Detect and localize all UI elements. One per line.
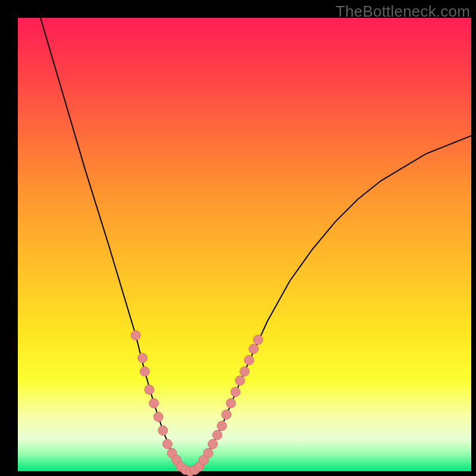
curve-marker: [138, 353, 148, 363]
bottleneck-curve-path: [40, 18, 471, 471]
curve-marker: [217, 421, 227, 431]
curve-marker: [235, 376, 245, 386]
curve-marker: [212, 430, 222, 440]
curve-marker: [149, 399, 159, 408]
curve-marker: [131, 330, 140, 340]
chart-frame: TheBottleneck.com: [0, 0, 476, 476]
curve-marker: [145, 385, 154, 394]
curve-markers: [131, 330, 263, 476]
curve-marker: [162, 439, 172, 449]
curve-marker: [231, 387, 240, 397]
plot-area: [18, 18, 471, 471]
curve-marker: [154, 412, 163, 422]
curve-marker: [240, 367, 249, 376]
curve-marker: [226, 399, 236, 408]
curve-marker: [253, 335, 263, 345]
curve-marker: [208, 439, 218, 449]
curve-marker: [245, 355, 254, 365]
curve-marker: [140, 367, 149, 376]
curve-marker: [222, 410, 231, 419]
curve-marker: [249, 344, 258, 353]
curve-svg: [18, 18, 471, 471]
curve-marker: [158, 425, 168, 435]
watermark-text: TheBottleneck.com: [336, 2, 470, 21]
curve-marker: [203, 449, 213, 458]
